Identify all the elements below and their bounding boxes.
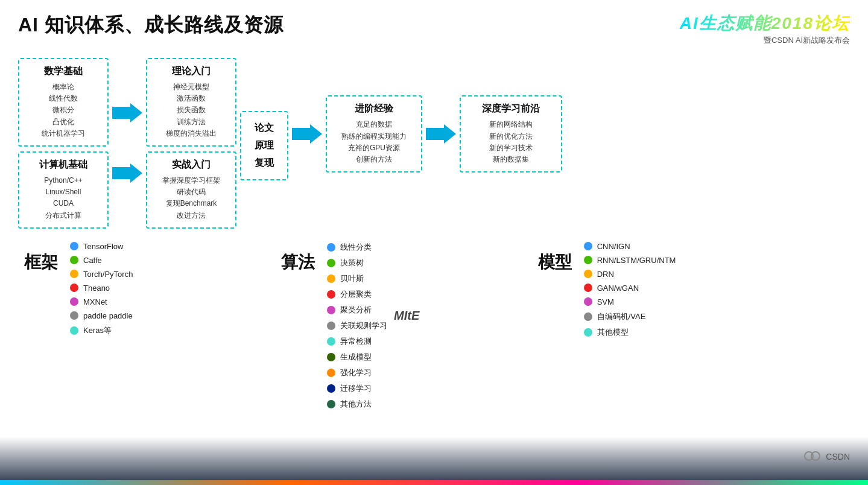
- dot-icon: [327, 337, 335, 346]
- item-label: Torch/PyTorch: [83, 270, 133, 279]
- math-foundation-box: 数学基础 概率论 线性代数 微积分 凸优化 统计机器学习: [18, 58, 109, 147]
- math-foundation-title: 数学基础: [28, 65, 99, 78]
- dot-icon: [327, 400, 335, 408]
- item-label: TensorFlow: [83, 242, 123, 251]
- paper-text: 论文原理复现: [255, 119, 274, 171]
- bottom-bar: [0, 480, 868, 485]
- item-label: 其他方法: [340, 399, 372, 410]
- item-label: 聚类分析: [340, 305, 372, 315]
- paper-box: 论文原理复现: [240, 111, 288, 180]
- logo-area: AI生态赋能2018论坛 暨CSDN AI新战略发布会: [680, 12, 850, 46]
- advanced-box: 进阶经验 充足的数据 熟练的编程实现能力 充裕的GPU资源 创新的方法: [326, 95, 422, 173]
- frontier-box: 深度学习前沿 新的网络结构 新的优化方法 新的学习技术 新的数据集: [460, 95, 562, 173]
- arrow-1-top: [112, 101, 142, 125]
- math-item-3: 微积分: [28, 104, 99, 116]
- dot-icon: [584, 242, 592, 250]
- practice-title: 实战入门: [156, 159, 227, 171]
- dot-icon: [327, 369, 335, 377]
- model-col: 模型 CNN/IGNRNN/LSTM/GRU/NTMDRNGAN/wGANSVM…: [532, 236, 850, 412]
- adv-item-3: 充裕的GPU资源: [335, 142, 413, 154]
- item-label: 迁移学习: [340, 383, 372, 394]
- practice-item-3: 复现Benchmark: [156, 198, 227, 209]
- practice-item-4: 改进方法: [156, 210, 227, 221]
- theory-box: 理论入门 神经元模型 激活函数 损失函数 训练方法 梯度的消失溢出: [146, 58, 236, 147]
- algorithm-col: 算法 线性分类决策树贝叶斯分层聚类聚类分析关联规则学习异常检测生成模型强化学习迁…: [275, 236, 532, 412]
- item-label: 自编码机/VAE: [597, 311, 646, 322]
- csdn-logo: CSDN: [802, 446, 850, 467]
- list-item: 异常检测: [327, 336, 387, 347]
- frontier-item-3: 新的学习技术: [469, 142, 553, 154]
- list-item: 其他方法: [327, 399, 387, 410]
- list-item: paddle paddle: [70, 311, 133, 320]
- list-item: 强化学习: [327, 367, 387, 378]
- theory-item-5: 梯度的消失溢出: [156, 128, 227, 139]
- main-container: AI 知识体系、成长路线及资源 AI生态赋能2018论坛 暨CSDN AI新战略…: [0, 0, 868, 485]
- item-label: 其他模型: [597, 327, 629, 338]
- list-item: CNN/IGN: [584, 242, 676, 251]
- list-item: SVM: [584, 297, 676, 306]
- dot-icon: [70, 326, 78, 335]
- adv-item-4: 创新的方法: [335, 154, 413, 165]
- list-item: 聚类分析: [327, 305, 387, 315]
- dot-icon: [70, 256, 78, 264]
- dot-icon: [327, 384, 335, 393]
- list-item: 其他模型: [584, 327, 676, 338]
- item-label: 决策树: [340, 258, 364, 268]
- item-label: SVM: [597, 297, 614, 306]
- list-item: 迁移学习: [327, 383, 387, 394]
- dot-icon: [327, 353, 335, 361]
- list-item: 贝叶斯: [327, 273, 387, 284]
- item-label: CNN/IGN: [597, 242, 630, 251]
- list-item: MXNet: [70, 297, 133, 306]
- frontier-title: 深度学习前沿: [469, 103, 553, 115]
- list-item: 自编码机/VAE: [584, 311, 676, 322]
- list-item: Caffe: [70, 256, 133, 265]
- item-label: MXNet: [83, 297, 107, 306]
- item-label: DRN: [597, 270, 614, 279]
- list-item: RNN/LSTM/GRU/NTM: [584, 256, 676, 265]
- dot-icon: [327, 259, 335, 267]
- svg-marker-3: [426, 124, 456, 144]
- bottom-info: 框架 TensorFlowCaffeTorch/PyTorchTheanoMXN…: [18, 236, 850, 412]
- item-label: 异常检测: [340, 336, 372, 347]
- cs-foundation-box: 计算机基础 Python/C++ Linux/Shell CUDA 分布式计算: [18, 151, 109, 229]
- dot-icon: [327, 243, 335, 252]
- practice-item-1: 掌握深度学习框架: [156, 175, 227, 186]
- item-label: Theano: [83, 284, 110, 293]
- theory-title: 理论入门: [156, 65, 227, 78]
- math-item-1: 概率论: [28, 81, 99, 93]
- item-label: 生成模型: [340, 352, 372, 363]
- cs-item-3: CUDA: [28, 198, 99, 209]
- item-label: 分层聚类: [340, 289, 372, 300]
- theory-item-1: 神经元模型: [156, 81, 227, 93]
- model-label: 模型: [538, 251, 572, 274]
- arrow-2: [292, 122, 322, 146]
- practice-box: 实战入门 掌握深度学习框架 研读代码 复现Benchmark 改进方法: [146, 151, 236, 229]
- middle-boxes: 理论入门 神经元模型 激活函数 损失函数 训练方法 梯度的消失溢出 实战入门 掌…: [146, 58, 236, 229]
- list-item: 线性分类: [327, 242, 387, 253]
- list-item: Theano: [70, 284, 133, 293]
- math-item-2: 线性代数: [28, 93, 99, 104]
- model-list: CNN/IGNRNN/LSTM/GRU/NTMDRNGAN/wGANSVM自编码…: [584, 242, 676, 340]
- list-item: 决策树: [327, 258, 387, 268]
- svg-marker-0: [112, 103, 142, 122]
- dot-icon: [70, 311, 78, 320]
- list-item: 分层聚类: [327, 289, 387, 300]
- csdn-text: CSDN: [826, 452, 850, 461]
- dot-icon: [70, 284, 78, 292]
- dot-icon: [327, 322, 335, 330]
- item-label: GAN/wGAN: [597, 284, 639, 293]
- dot-icon: [70, 297, 78, 306]
- paper-section: 论文原理复现: [240, 106, 288, 180]
- item-label: Caffe: [83, 256, 102, 265]
- dot-icon: [584, 297, 592, 306]
- dot-icon: [584, 256, 592, 264]
- advanced-title: 进阶经验: [335, 103, 413, 115]
- dot-icon: [70, 242, 78, 250]
- math-item-5: 统计机器学习: [28, 128, 99, 139]
- list-item: 生成模型: [327, 352, 387, 363]
- list-item: DRN: [584, 270, 676, 279]
- dot-icon: [584, 328, 592, 337]
- item-label: 关联规则学习: [340, 320, 387, 331]
- dot-icon: [584, 284, 592, 292]
